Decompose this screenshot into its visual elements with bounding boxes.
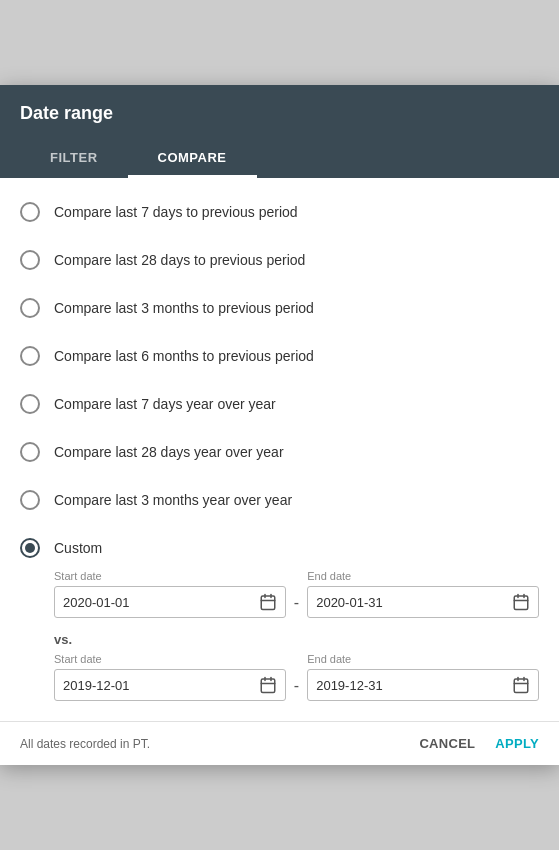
option-label-5: Compare last 7 days year over year	[54, 396, 276, 412]
cancel-button[interactable]: CANCEL	[419, 736, 475, 751]
end-date-value: 2020-01-31	[316, 595, 506, 610]
radio-1[interactable]	[20, 202, 40, 222]
radio-6[interactable]	[20, 442, 40, 462]
vs-end-date-input-wrap[interactable]: 2019-12-31	[307, 669, 539, 701]
start-date-calendar-icon[interactable]	[259, 593, 277, 611]
tabs-container: FILTER COMPARE	[20, 140, 539, 178]
option-label-custom: Custom	[54, 540, 102, 556]
option-label-4: Compare last 6 months to previous period	[54, 348, 314, 364]
end-date-label: End date	[307, 570, 539, 582]
radio-4[interactable]	[20, 346, 40, 366]
svg-rect-12	[514, 679, 528, 693]
vs-end-date-value: 2019-12-31	[316, 678, 506, 693]
vs-start-date-input-wrap[interactable]: 2019-12-01	[54, 669, 286, 701]
start-date-group: Start date 2020-01-01	[54, 570, 286, 618]
end-date-input-wrap[interactable]: 2020-01-31	[307, 586, 539, 618]
option-row-2[interactable]: Compare last 28 days to previous period	[20, 236, 539, 284]
tab-filter[interactable]: FILTER	[20, 140, 128, 178]
option-label-3: Compare last 3 months to previous period	[54, 300, 314, 316]
radio-3[interactable]	[20, 298, 40, 318]
radio-custom[interactable]	[20, 538, 40, 558]
footer-note: All dates recorded in PT.	[20, 737, 150, 751]
date-separator-2: -	[294, 677, 299, 695]
svg-rect-0	[261, 596, 275, 610]
date-range-dialog: Date range FILTER COMPARE Compare last 7…	[0, 85, 559, 765]
dialog-footer: All dates recorded in PT. CANCEL APPLY	[0, 721, 559, 765]
option-label-2: Compare last 28 days to previous period	[54, 252, 305, 268]
vs-start-date-group: Start date 2019-12-01	[54, 653, 286, 701]
radio-inner-custom	[25, 543, 35, 553]
vs-end-date-calendar-icon[interactable]	[512, 676, 530, 694]
dialog-scroll-wrap: Compare last 7 days to previous period C…	[0, 178, 559, 721]
dialog-body: Compare last 7 days to previous period C…	[0, 178, 559, 721]
option-label-1: Compare last 7 days to previous period	[54, 204, 298, 220]
option-row-3[interactable]: Compare last 3 months to previous period	[20, 284, 539, 332]
footer-actions: CANCEL APPLY	[419, 736, 539, 751]
radio-7[interactable]	[20, 490, 40, 510]
end-date-calendar-icon[interactable]	[512, 593, 530, 611]
vs-start-date-label: Start date	[54, 653, 286, 665]
svg-rect-8	[261, 679, 275, 693]
option-row-5[interactable]: Compare last 7 days year over year	[20, 380, 539, 428]
option-row-6[interactable]: Compare last 28 days year over year	[20, 428, 539, 476]
option-label-6: Compare last 28 days year over year	[54, 444, 284, 460]
start-date-value: 2020-01-01	[63, 595, 253, 610]
dialog-header: Date range FILTER COMPARE	[0, 85, 559, 178]
start-date-label: Start date	[54, 570, 286, 582]
radio-5[interactable]	[20, 394, 40, 414]
date-separator-1: -	[294, 594, 299, 612]
option-row-1[interactable]: Compare last 7 days to previous period	[20, 188, 539, 236]
option-row-custom[interactable]: Custom	[20, 524, 539, 564]
start-date-input-wrap[interactable]: 2020-01-01	[54, 586, 286, 618]
svg-rect-4	[514, 596, 528, 610]
vs-label: vs.	[54, 632, 539, 647]
option-label-7: Compare last 3 months year over year	[54, 492, 292, 508]
tab-compare[interactable]: COMPARE	[128, 140, 257, 178]
vs-start-date-calendar-icon[interactable]	[259, 676, 277, 694]
dialog-title: Date range	[20, 103, 539, 124]
primary-date-row: Start date 2020-01-01 -	[54, 570, 539, 618]
vs-end-date-group: End date 2019-12-31	[307, 653, 539, 701]
vs-start-date-value: 2019-12-01	[63, 678, 253, 693]
end-date-group: End date 2020-01-31	[307, 570, 539, 618]
option-row-7[interactable]: Compare last 3 months year over year	[20, 476, 539, 524]
vs-end-date-label: End date	[307, 653, 539, 665]
apply-button[interactable]: APPLY	[495, 736, 539, 751]
vs-date-row: Start date 2019-12-01 -	[54, 653, 539, 701]
option-row-4[interactable]: Compare last 6 months to previous period	[20, 332, 539, 380]
radio-2[interactable]	[20, 250, 40, 270]
custom-section: Start date 2020-01-01 -	[20, 570, 539, 711]
